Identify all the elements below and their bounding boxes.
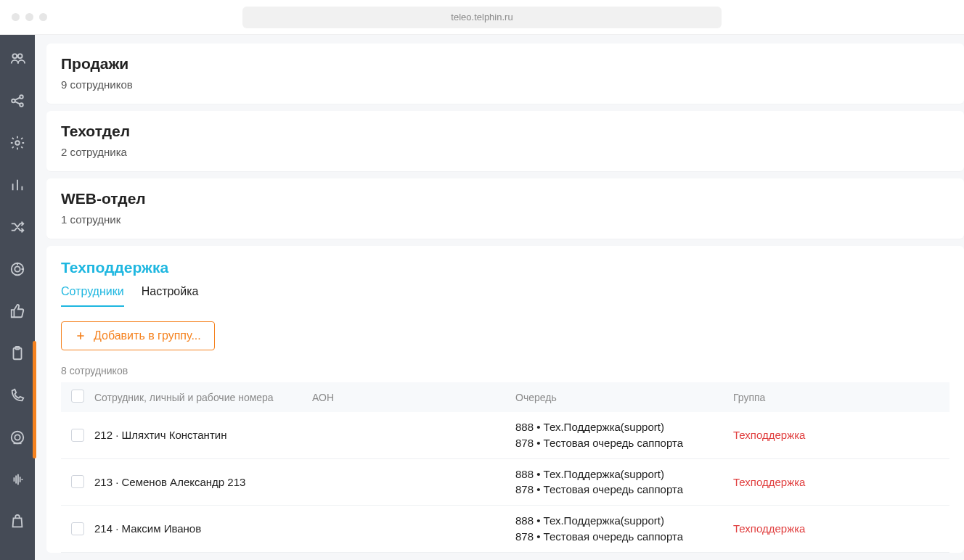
sidebar [0, 35, 35, 560]
department-subtitle: 2 сотрудника [61, 146, 949, 158]
svg-point-0 [12, 54, 17, 58]
users-icon [9, 51, 25, 67]
col-group: Группа [733, 392, 939, 403]
sidebar-item-share[interactable] [0, 83, 35, 119]
app-root: Продажи 9 сотрудников Техотдел 2 сотрудн… [0, 35, 964, 560]
add-to-group-button[interactable]: Добавить в группу... [61, 321, 215, 350]
cell-queue: 888 • Тех.Поддержка(support) 878 • Тесто… [515, 419, 733, 451]
soundwave-icon [9, 472, 25, 487]
bag-icon [9, 514, 25, 530]
window-close-icon[interactable] [12, 13, 20, 21]
table-row[interactable]: 212 · Шляхтич Константин 888 • Тех.Подде… [61, 412, 949, 459]
cell-group[interactable]: Техподдержка [733, 476, 939, 488]
address-bar-url: teleo.telphin.ru [451, 12, 512, 22]
sidebar-item-audio[interactable] [0, 461, 35, 498]
sidebar-item-record[interactable] [0, 419, 35, 456]
phone-icon [9, 387, 25, 403]
cell-queue: 888 • Тех.Поддержка(support) 878 • Тесто… [515, 466, 733, 498]
svg-point-7 [15, 266, 20, 271]
department-card[interactable]: Техотдел 2 сотрудника [46, 111, 964, 171]
sidebar-item-target[interactable] [0, 251, 35, 287]
sidebar-item-clipboard[interactable] [0, 335, 35, 371]
tab-employees[interactable]: Сотрудники [61, 285, 124, 307]
share-icon [9, 93, 25, 109]
window-maximize-icon[interactable] [39, 13, 47, 21]
cell-employee: 214 · Максим Иванов [94, 522, 312, 535]
department-title: Продажи [61, 55, 949, 73]
row-checkbox[interactable] [71, 522, 84, 535]
sidebar-item-like[interactable] [0, 293, 35, 329]
col-queue: Очередь [515, 392, 733, 403]
address-bar[interactable]: teleo.telphin.ru [242, 7, 722, 28]
shuffle-icon [9, 219, 25, 235]
cell-group[interactable]: Техподдержка [733, 429, 939, 441]
detail-tabs: Сотрудники Настройка [61, 285, 949, 307]
col-employee: Сотрудник, личный и рабочие номера [94, 392, 312, 403]
sidebar-item-shuffle[interactable] [0, 209, 35, 245]
svg-point-5 [15, 141, 20, 145]
gear-icon [9, 135, 25, 151]
sidebar-item-users[interactable] [0, 41, 35, 77]
cell-employee: 212 · Шляхтич Константин [94, 429, 312, 441]
add-button-label: Добавить в группу... [94, 329, 201, 342]
browser-chrome: teleo.telphin.ru [0, 0, 964, 35]
sidebar-item-calls[interactable] [0, 377, 35, 413]
svg-point-1 [18, 54, 23, 58]
record-icon [9, 429, 25, 445]
row-checkbox[interactable] [71, 475, 84, 488]
barchart-icon [9, 177, 25, 193]
employees-count: 8 сотрудников [61, 365, 949, 376]
table-row[interactable]: 213 · Семенов Александр 213 888 • Тех.По… [61, 459, 949, 506]
table-header: Сотрудник, личный и рабочие номера АОН О… [61, 382, 949, 412]
col-aon: АОН [312, 392, 515, 403]
tab-settings[interactable]: Настройка [142, 285, 199, 307]
sidebar-item-stats[interactable] [0, 167, 35, 203]
cell-employee: 213 · Семенов Александр 213 [94, 476, 312, 488]
plus-icon [75, 330, 86, 342]
table-row[interactable]: 214 · Максим Иванов 888 • Тех.Поддержка(… [61, 506, 949, 553]
sidebar-item-settings[interactable] [0, 125, 35, 161]
main-content: Продажи 9 сотрудников Техотдел 2 сотрудн… [35, 35, 964, 560]
department-title: Техотдел [61, 123, 949, 140]
cell-group[interactable]: Техподдержка [733, 522, 939, 535]
department-card[interactable]: WEB-отдел 1 сотрудник [46, 178, 964, 239]
svg-point-11 [15, 435, 20, 440]
detail-title: Техподдержка [61, 259, 949, 276]
department-card[interactable]: Продажи 9 сотрудников [46, 44, 964, 104]
traffic-lights [12, 13, 47, 21]
select-all-checkbox[interactable] [71, 390, 84, 403]
sidebar-item-bag[interactable] [0, 503, 35, 540]
employees-table: Сотрудник, личный и рабочие номера АОН О… [61, 382, 949, 553]
target-icon [9, 261, 25, 277]
cell-queue: 888 • Тех.Поддержка(support) 878 • Тесто… [515, 513, 733, 545]
clipboard-icon [9, 345, 25, 361]
thumbsup-icon [9, 303, 25, 319]
department-subtitle: 9 сотрудников [61, 78, 949, 91]
department-title: WEB-отдел [61, 190, 949, 207]
window-minimize-icon[interactable] [25, 13, 33, 21]
department-detail: Техподдержка Сотрудники Настройка Добави… [46, 246, 964, 553]
department-subtitle: 1 сотрудник [61, 213, 949, 226]
svg-point-10 [12, 432, 24, 444]
row-checkbox[interactable] [71, 429, 84, 442]
